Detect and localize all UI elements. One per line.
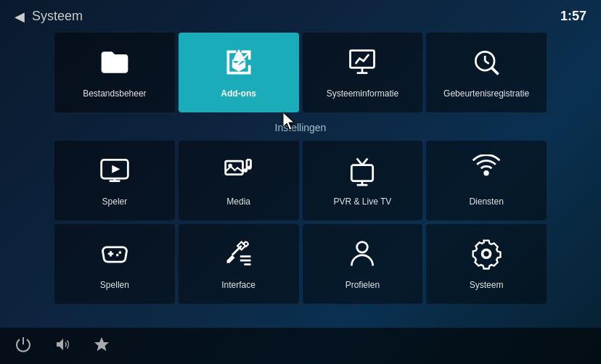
- games-icon: [99, 238, 131, 274]
- svg-point-21: [483, 170, 488, 175]
- svg-rect-16: [352, 165, 373, 181]
- tile-label-gebeurtenisregistratie: Gebeurtenisregistratie: [443, 88, 529, 99]
- tile-diensten[interactable]: Diensten: [426, 141, 547, 220]
- power-button[interactable]: [15, 336, 32, 357]
- svg-point-3: [475, 51, 494, 70]
- media-icon: [223, 154, 255, 191]
- tile-label-diensten: Diensten: [469, 197, 503, 207]
- tile-row-3: Spellen Interface: [54, 224, 547, 304]
- svg-marker-32: [57, 339, 63, 350]
- tile-label-spellen: Spellen: [100, 280, 129, 290]
- addons-icon: [223, 46, 255, 83]
- top-bar-left: ◀ Systeem: [15, 9, 83, 25]
- tile-profielen[interactable]: Profielen: [303, 224, 423, 304]
- tile-label-profielen: Profielen: [346, 280, 380, 290]
- svg-point-24: [118, 251, 121, 254]
- bottom-bar: [0, 328, 601, 364]
- svg-marker-33: [94, 337, 109, 351]
- tile-bestandsbeheer[interactable]: Bestandsbeheer: [54, 33, 175, 112]
- svg-point-14: [243, 168, 248, 173]
- tile-label-add-ons: Add-ons: [221, 88, 256, 99]
- sysinfo-icon: [346, 46, 378, 83]
- back-button[interactable]: ◀: [15, 9, 25, 25]
- tile-label-systeem: Systeem: [470, 280, 504, 290]
- main-content: Bestandsbeheer Add-ons: [0, 33, 601, 304]
- tile-speler[interactable]: Speler: [54, 141, 175, 220]
- tile-label-media: Media: [226, 197, 250, 207]
- tile-row-2: Speler Media: [54, 141, 547, 220]
- profiles-icon: [346, 238, 378, 274]
- system-icon: [470, 238, 502, 274]
- player-icon: [99, 154, 131, 191]
- tile-systeem[interactable]: Systeem: [426, 224, 547, 304]
- svg-marker-8: [112, 165, 120, 173]
- tile-spellen[interactable]: Spellen: [54, 224, 175, 304]
- tile-media[interactable]: Media: [179, 141, 299, 220]
- svg-line-26: [232, 246, 241, 255]
- services-icon: [470, 154, 502, 191]
- pvr-icon: [346, 154, 378, 191]
- svg-point-15: [248, 166, 252, 170]
- tile-row-1: Bestandsbeheer Add-ons: [54, 33, 547, 112]
- svg-point-25: [116, 254, 119, 257]
- tile-label-systeeminformatie: Systeeminformatie: [327, 88, 398, 99]
- folder-icon: [99, 46, 131, 83]
- tile-interface[interactable]: Interface: [179, 224, 299, 304]
- tile-label-speler: Speler: [102, 197, 128, 207]
- tile-pvr-live-tv[interactable]: PVR & Live TV: [303, 141, 423, 220]
- volume-button[interactable]: [54, 336, 71, 357]
- tile-label-interface: Interface: [221, 280, 255, 290]
- section-label: Instellingen: [54, 116, 547, 141]
- top-bar: ◀ Systeem 1:57: [0, 0, 601, 33]
- favorites-button[interactable]: [93, 336, 110, 357]
- tile-label-pvr-live-tv: PVR & Live TV: [333, 197, 391, 207]
- svg-line-6: [491, 67, 498, 74]
- tile-label-bestandsbeheer: Bestandsbeheer: [83, 88, 146, 99]
- tile-systeeminformatie[interactable]: Systeeminformatie: [303, 33, 423, 112]
- clock: 1:57: [560, 9, 586, 24]
- interface-icon: [223, 238, 255, 274]
- svg-line-5: [485, 61, 489, 64]
- tile-gebeurtenisregistratie[interactable]: Gebeurtenisregistratie: [426, 33, 547, 112]
- tile-add-ons[interactable]: Add-ons: [179, 33, 299, 112]
- svg-rect-11: [225, 161, 242, 174]
- svg-point-30: [357, 242, 368, 253]
- events-icon: [470, 46, 502, 83]
- page-title: Systeem: [32, 9, 83, 24]
